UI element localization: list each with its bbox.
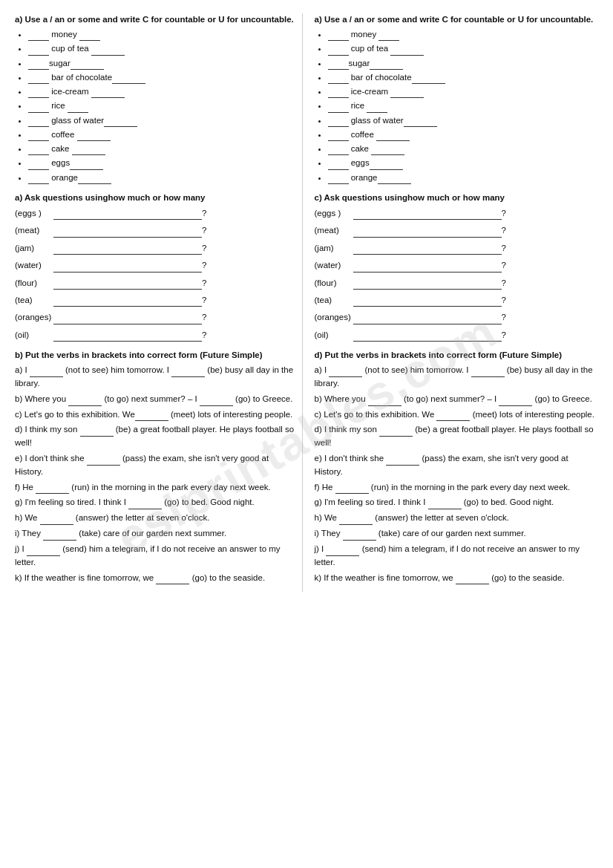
verb-text: (answer) the letter at seven o'clock. <box>373 513 509 522</box>
list-item: money <box>28 28 299 41</box>
blank <box>456 575 489 584</box>
verb-label: h) We <box>315 513 340 522</box>
verb-text: (answer) the letter at seven o'clock. <box>73 513 210 522</box>
q-mark: ? <box>502 223 506 237</box>
blank <box>367 103 387 113</box>
verb-text: (meet) lots of interesting people. <box>470 410 594 419</box>
q-label: (meat) <box>15 223 53 237</box>
blank <box>390 46 424 56</box>
blank <box>370 60 403 70</box>
verb-text: (take) care of our garden next summer. <box>76 529 226 538</box>
q-label: (oranges) <box>315 310 353 324</box>
question-row: (water) ? <box>315 258 599 272</box>
blank <box>328 74 349 84</box>
fill-line <box>53 297 202 307</box>
left-section-c-title: b) Put the verbs in brackets into correc… <box>15 349 299 361</box>
q-mark: ? <box>502 293 506 307</box>
verb-item: e) I don't think she (pass) the exam, sh… <box>15 452 299 479</box>
fill-line <box>353 280 502 290</box>
question-row: (meat) ? <box>315 223 599 237</box>
list-item: orange <box>328 172 599 184</box>
verb-text: (go) to the seaside. <box>489 573 565 582</box>
verb-text: (run) in the morning in the park every d… <box>369 483 571 492</box>
blank <box>28 74 49 84</box>
verb-label: a) I <box>315 365 330 374</box>
verb-item: h) We (answer) the letter at seven o'clo… <box>15 512 299 525</box>
question-row: (meat) ? <box>15 223 299 237</box>
blank <box>135 411 168 421</box>
blank <box>328 131 349 141</box>
left-b-or: or <box>150 193 163 202</box>
verb-text: (to go) next summer? – I <box>401 394 499 403</box>
blank <box>68 397 102 406</box>
fill-line <box>353 228 502 238</box>
q-label: (flour) <box>15 276 53 290</box>
verb-item: b) Where you (to go) next summer? – I (g… <box>315 393 599 406</box>
fill-line <box>353 263 502 273</box>
right-section-a-title: a) Use a / an or some and write C for co… <box>315 13 599 25</box>
blank <box>156 575 189 584</box>
list-item: ice-cream <box>28 85 299 98</box>
blank <box>28 46 49 56</box>
verb-text: (take) care of our garden next summer. <box>376 529 526 538</box>
blank <box>128 500 162 509</box>
verb-text: (go) to bed. Good night. <box>162 497 255 506</box>
question-row: (eggs ) ? <box>15 206 299 220</box>
q-label: (tea) <box>315 293 353 307</box>
fill-line <box>53 245 202 255</box>
blank <box>343 531 376 541</box>
question-row: (water) ? <box>15 258 299 272</box>
left-section-a: a) Use a / an or some and write C for co… <box>15 13 299 184</box>
blank <box>412 74 445 84</box>
blank <box>436 411 470 421</box>
list-item: orange <box>28 172 299 184</box>
q-label: (oil) <box>15 328 53 342</box>
list-item: cup of tea <box>328 42 599 55</box>
fill-line <box>53 263 202 273</box>
blank <box>28 117 49 127</box>
verb-label: c) Let's go to this exhibition. We <box>15 410 135 419</box>
blank <box>329 368 362 377</box>
fill-line <box>53 332 202 342</box>
blank <box>28 103 49 113</box>
q-label: (jam) <box>15 241 53 255</box>
right-c-bold: (Future Simple) <box>499 350 562 359</box>
verb-item: a) I (not to see) him tomorrow. I (be) b… <box>15 364 299 391</box>
verb-item: a) I (not to see) him tomorrow. I (be) b… <box>315 364 599 391</box>
blank <box>378 174 411 184</box>
left-section-a-title: a) Use a / an or some and write C for co… <box>15 13 299 25</box>
blank <box>378 31 399 41</box>
q-mark: ? <box>202 223 206 237</box>
blank <box>28 174 49 184</box>
blank <box>28 31 49 41</box>
list-item: sugar <box>328 57 599 70</box>
blank <box>43 531 76 541</box>
verb-item: c) Let's go to this exhibition. We (meet… <box>315 408 599 422</box>
blank <box>376 131 410 141</box>
left-c-label: b) Put the verbs in brackets into correc… <box>15 350 197 359</box>
page: a) Use a / an or some and write C for co… <box>12 13 601 592</box>
verb-item: c) Let's go to this exhibition. We (meet… <box>15 408 299 422</box>
right-section-b-title: c) Ask questions usinghow much or how ma… <box>315 192 599 203</box>
list-item: eggs <box>28 157 299 169</box>
q-mark: ? <box>202 276 206 290</box>
verb-label: j) I <box>315 544 327 553</box>
blank <box>78 174 111 184</box>
q-label: (eggs ) <box>15 206 53 220</box>
verb-text: (not to see) him tomorrow. I <box>63 365 171 374</box>
q-label: (flour) <box>315 276 353 290</box>
q-label: (water) <box>15 258 53 272</box>
q-mark: ? <box>502 276 506 290</box>
verb-label: b) Where you <box>315 394 368 403</box>
blank <box>87 456 120 466</box>
verb-item: d) I think my son (be) a great football … <box>315 423 599 450</box>
q-label: (tea) <box>15 293 53 307</box>
blank <box>28 88 49 98</box>
q-mark: ? <box>502 241 506 255</box>
blank <box>112 74 145 84</box>
blank <box>404 117 437 127</box>
blank <box>328 174 349 184</box>
verb-item: h) We (answer) the letter at seven o'clo… <box>315 512 599 525</box>
blank <box>40 515 73 525</box>
fill-line <box>353 245 502 255</box>
